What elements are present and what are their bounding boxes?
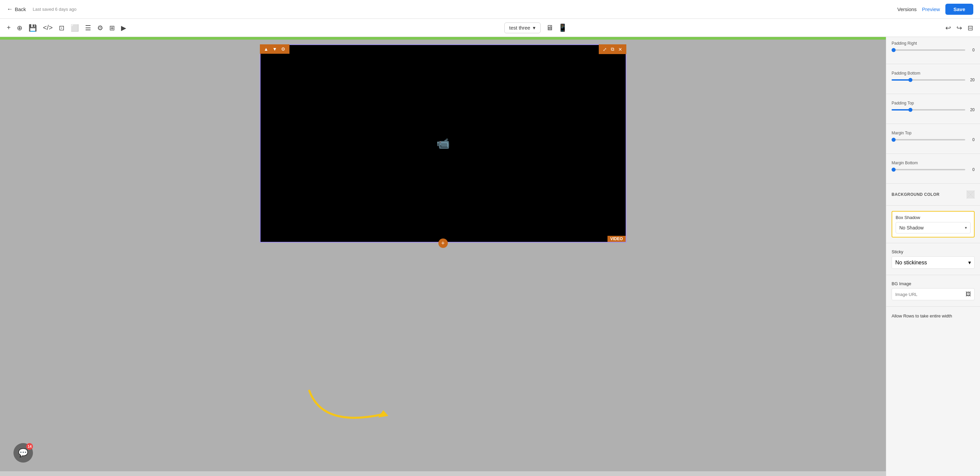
padding-top-fill (892, 109, 910, 111)
divider-3 (886, 124, 980, 124)
back-label: Back (15, 6, 26, 12)
padding-right-thumb[interactable] (892, 48, 896, 52)
video-placeholder-icon: 📹 (436, 137, 450, 150)
canvas-scrollbar[interactable] (0, 471, 886, 476)
bg-image-upload-icon[interactable]: 🖼 (962, 289, 974, 300)
bg-image-input-row: 🖼 (892, 288, 975, 300)
divider-1 (886, 64, 980, 64)
grid-icon[interactable]: ⊞ (109, 24, 115, 32)
canvas-top-line (0, 37, 886, 40)
sticky-select[interactable]: No stickiness ▾ (892, 256, 975, 269)
divider-5 (886, 183, 980, 184)
padding-bottom-section: Padding Bottom 20 (886, 67, 980, 91)
video-element: 📹 VIDEO (260, 44, 626, 243)
bg-image-section: BG Image 🖼 (886, 278, 980, 304)
box-shadow-label: Box Shadow (896, 215, 970, 220)
padding-bottom-label: Padding Bottom (892, 71, 975, 76)
rows-icon[interactable]: ☰ (85, 24, 91, 32)
padding-bottom-thumb[interactable] (908, 78, 912, 82)
chat-icon: 💬 (18, 448, 28, 457)
row-expand-button[interactable]: ⤢ (601, 46, 608, 53)
versions-button[interactable]: Versions (897, 6, 917, 12)
layers-icon[interactable]: ⊕ (17, 24, 22, 32)
section-icon[interactable]: ⬜ (71, 24, 79, 32)
padding-top-section: Padding Top 20 (886, 97, 980, 121)
page-selector-chevron: ▾ (533, 25, 536, 31)
divider-4 (886, 154, 980, 154)
row-duplicate-button[interactable]: ⧉ (609, 46, 616, 53)
padding-top-thumb[interactable] (908, 108, 912, 112)
allow-rows-label: Allow Rows to take entire width (892, 313, 952, 319)
row-delete-button[interactable]: ✕ (617, 46, 624, 53)
bg-color-row: BACKGROUND COLOR (886, 186, 980, 203)
layout-icon[interactable]: ⊡ (59, 24, 65, 32)
sticky-section: Sticky No stickiness ▾ (886, 246, 980, 272)
margin-bottom-slider-row: 0 (892, 167, 975, 172)
bg-image-input[interactable] (892, 289, 962, 300)
settings-icon[interactable]: ⚙ (97, 24, 103, 32)
box-shadow-select[interactable]: No Shadow ▾ (896, 222, 970, 233)
save-button[interactable]: Save (945, 4, 973, 15)
media-icon[interactable]: ▶ (121, 24, 126, 32)
toolbar: + ⊕ 💾 </> ⊡ ⬜ ☰ ⚙ ⊞ ▶ test three ▾ 🖥 📱 ↩… (0, 19, 980, 37)
margin-top-slider-row: 0 (892, 137, 975, 142)
chat-widget[interactable]: 💬 14 (13, 443, 33, 463)
toolbar-left: + ⊕ 💾 </> ⊡ ⬜ ☰ ⚙ ⊞ ▶ (7, 24, 126, 32)
padding-top-value: 20 (968, 108, 975, 112)
padding-right-label: Padding Right (892, 41, 975, 46)
margin-bottom-thumb[interactable] (892, 168, 896, 171)
margin-top-section: Margin Top 0 (886, 127, 980, 151)
padding-right-section: Padding Right 0 (886, 37, 980, 61)
padding-top-slider-row: 20 (892, 108, 975, 112)
padding-bottom-slider[interactable] (892, 79, 965, 81)
padding-right-track (892, 49, 965, 51)
preview-button[interactable]: Preview (922, 6, 940, 12)
device-icons: 🖥 📱 (546, 24, 567, 32)
desktop-icon[interactable]: 🖥 (546, 24, 554, 32)
mobile-icon[interactable]: 📱 (558, 24, 567, 32)
svg-marker-0 (378, 410, 388, 417)
padding-right-slider[interactable] (892, 49, 965, 51)
top-bar: ← Back Last saved 6 days ago Versions Pr… (0, 0, 980, 19)
options-icon[interactable]: ⊟ (967, 24, 973, 32)
margin-top-slider[interactable] (892, 139, 965, 140)
margin-top-track (892, 139, 965, 140)
divider-6 (886, 205, 980, 206)
code-icon[interactable]: </> (43, 24, 53, 32)
save-icon[interactable]: 💾 (29, 24, 37, 32)
padding-top-label: Padding Top (892, 101, 975, 105)
undo-icon[interactable]: ↩ (945, 24, 951, 32)
bg-image-label: BG Image (892, 281, 975, 286)
divider-9 (886, 306, 980, 307)
padding-top-slider[interactable] (892, 109, 965, 111)
canvas-area: ▲ ▼ ⚙ ⤢ ⧉ ✕ 📹 VIDEO + (0, 37, 886, 476)
video-label: VIDEO (608, 236, 625, 242)
margin-top-thumb[interactable] (892, 138, 896, 142)
padding-right-value: 0 (968, 48, 975, 52)
box-shadow-section: Box Shadow No Shadow ▾ (892, 211, 975, 238)
toolbar-center: test three ▾ 🖥 📱 (504, 22, 568, 33)
margin-bottom-slider[interactable] (892, 169, 965, 170)
padding-top-track (892, 109, 965, 111)
padding-right-slider-row: 0 (892, 48, 975, 52)
saved-status: Last saved 6 days ago (33, 7, 76, 12)
row-move-down-button[interactable]: ▼ (271, 46, 278, 52)
box-shadow-wrapper: Box Shadow No Shadow ▾ (886, 208, 980, 240)
padding-bottom-slider-row: 20 (892, 78, 975, 82)
color-checker-icon[interactable] (967, 190, 975, 198)
margin-bottom-value: 0 (968, 167, 975, 172)
redo-icon[interactable]: ↪ (956, 24, 962, 32)
padding-bottom-fill (892, 79, 910, 81)
back-arrow-icon: ← (7, 6, 13, 13)
row-controls-top: ▲ ▼ ⚙ (260, 44, 290, 54)
add-row-button[interactable]: + (438, 238, 448, 248)
row-move-up-button[interactable]: ▲ (262, 46, 270, 52)
back-button[interactable]: ← Back (7, 6, 26, 13)
box-shadow-value: No Shadow (899, 225, 924, 230)
padding-bottom-track (892, 79, 965, 81)
row-settings-button[interactable]: ⚙ (280, 46, 287, 52)
page-selector[interactable]: test three ▾ (504, 22, 541, 33)
add-element-icon[interactable]: + (7, 24, 11, 32)
sticky-chevron-icon: ▾ (968, 259, 971, 266)
divider-8 (886, 275, 980, 275)
